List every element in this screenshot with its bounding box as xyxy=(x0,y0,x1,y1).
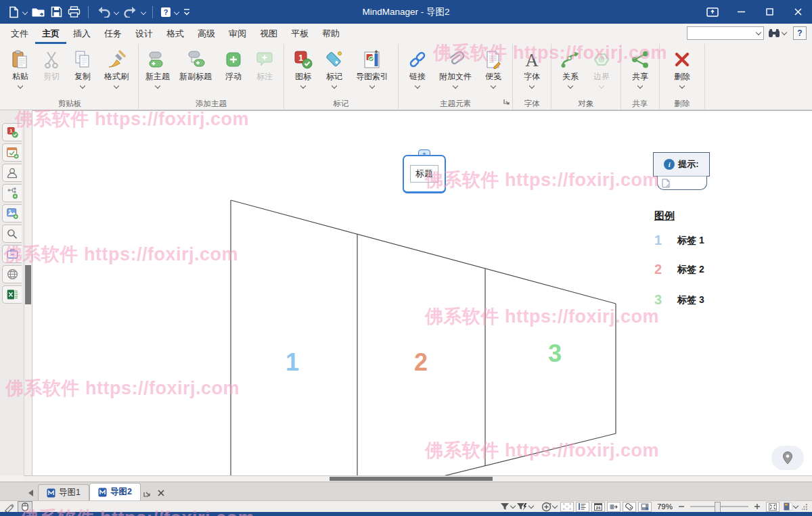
chevron-down-icon[interactable] xyxy=(174,9,179,14)
legend-item-3[interactable]: 3 标签 3 xyxy=(654,292,704,308)
copy-button[interactable]: 复制 xyxy=(67,45,98,88)
legend-item-1[interactable]: 1 标签 1 xyxy=(654,233,704,248)
chevron-down-icon[interactable] xyxy=(114,9,119,14)
tags-button[interactable]: 标记 xyxy=(319,45,350,88)
chevron-down-icon[interactable] xyxy=(141,9,146,14)
sidebar-tab-search[interactable] xyxy=(2,225,22,243)
sidebar-tab-web[interactable] xyxy=(2,265,22,283)
mouse-mode-button[interactable] xyxy=(18,501,32,513)
paste-button[interactable]: 粘贴 xyxy=(5,45,36,88)
close-tab-button[interactable] xyxy=(154,486,168,500)
tab-format[interactable]: 格式 xyxy=(160,24,191,44)
find-button[interactable] xyxy=(768,28,789,38)
relationship-button[interactable]: 关系 xyxy=(555,45,586,88)
maximize-button[interactable] xyxy=(755,0,784,24)
filter-icon[interactable] xyxy=(500,502,510,511)
notes-button[interactable]: 便笺 xyxy=(478,45,509,88)
boundary-button[interactable]: 边界 xyxy=(586,45,617,88)
tab-file[interactable]: 文件 xyxy=(4,24,35,44)
zoom-slider-thumb[interactable] xyxy=(715,502,721,513)
chevron-down-icon[interactable] xyxy=(528,503,534,509)
zoom-slider[interactable] xyxy=(690,506,748,507)
link-button[interactable]: 链接 xyxy=(402,45,433,88)
legend-title[interactable]: 图例 xyxy=(654,210,675,222)
presentation-view-button[interactable] xyxy=(638,502,652,512)
tab-advanced[interactable]: 高级 xyxy=(191,24,222,44)
tag-view-button[interactable] xyxy=(623,502,636,512)
tab-insert[interactable]: 插入 xyxy=(66,24,97,44)
restore-tab-button[interactable] xyxy=(141,486,154,500)
minimize-button[interactable] xyxy=(727,0,755,24)
funnel-stage-1-number[interactable]: 1 xyxy=(286,348,299,377)
tab-view[interactable]: 视图 xyxy=(253,24,284,44)
redo-button[interactable] xyxy=(120,3,141,21)
chevron-down-icon[interactable] xyxy=(510,503,516,509)
tab-help[interactable]: 帮助 xyxy=(315,24,346,44)
horizontal-scrollbar-thumb[interactable] xyxy=(330,477,493,481)
undo-button[interactable] xyxy=(93,3,114,21)
tip-notes-tab[interactable] xyxy=(657,176,707,190)
floating-topic-button[interactable]: 浮动 xyxy=(218,45,249,83)
tab-design[interactable]: 设计 xyxy=(129,24,160,44)
tab-home[interactable]: 主页 xyxy=(35,24,66,44)
customize-toolbar-button[interactable] xyxy=(181,3,193,21)
search-input[interactable] xyxy=(687,28,757,38)
legend-item-2[interactable]: 2 标签 2 xyxy=(654,262,704,277)
chevron-down-icon[interactable] xyxy=(756,30,761,35)
attach-file-button[interactable]: 附加文件 xyxy=(433,45,478,88)
central-topic-label[interactable]: 标题 xyxy=(410,165,438,183)
zoom-in-button[interactable] xyxy=(754,503,761,510)
new-topic-button[interactable]: 新主题 xyxy=(142,45,173,88)
new-document-button[interactable] xyxy=(5,3,22,21)
print-button[interactable] xyxy=(65,3,83,21)
quick-add-icon[interactable] xyxy=(541,502,551,512)
tip-topic[interactable]: i 提示: xyxy=(653,152,710,177)
help-button[interactable]: ? xyxy=(793,26,807,40)
save-button[interactable] xyxy=(48,3,65,21)
callout-button[interactable]: 标注 xyxy=(249,45,280,83)
sidebar-tab-images[interactable] xyxy=(2,204,22,222)
outline-view-button[interactable] xyxy=(576,502,589,512)
sidebar-tab-markers[interactable]: 1 xyxy=(2,123,22,141)
dialog-launcher-icon[interactable] xyxy=(503,95,510,108)
map-index-button[interactable]: 导图索引 xyxy=(350,45,394,88)
font-button[interactable]: A 字体 xyxy=(516,45,547,88)
search-box[interactable] xyxy=(687,26,764,40)
fit-map-button[interactable] xyxy=(766,502,780,512)
select-view-button[interactable] xyxy=(560,502,574,512)
horizontal-scrollbar[interactable] xyxy=(24,475,812,482)
pen-mode-icon[interactable] xyxy=(4,502,15,512)
schedule-view-button[interactable]: 24 xyxy=(591,502,605,512)
sidebar-tab-resources[interactable] xyxy=(2,164,22,182)
sidebar-tab-excel[interactable] xyxy=(2,285,22,304)
sidebar-tab-snippets[interactable] xyxy=(2,245,22,263)
zoom-level[interactable]: 79% xyxy=(657,502,673,511)
help-menu-button[interactable]: ? xyxy=(158,3,174,21)
locate-map-button[interactable] xyxy=(771,446,804,470)
delete-button[interactable]: 删除 xyxy=(663,45,701,88)
chevron-down-icon[interactable] xyxy=(552,503,558,509)
zoom-out-button[interactable] xyxy=(678,503,685,510)
funnel-stage-2-number[interactable]: 2 xyxy=(414,348,428,377)
share-button[interactable]: 共享 xyxy=(625,45,656,88)
sidebar-tab-tasks[interactable] xyxy=(2,143,22,162)
open-file-button[interactable] xyxy=(29,3,48,21)
cut-button[interactable]: 剪切 xyxy=(36,45,67,83)
format-painter-button[interactable]: 格式刷 xyxy=(98,45,135,88)
presentation-mode-button[interactable] xyxy=(698,0,727,24)
doc-tab-map1[interactable]: 导图1 xyxy=(38,484,89,500)
tab-tablet[interactable]: 平板 xyxy=(284,24,315,44)
tab-review[interactable]: 审阅 xyxy=(222,24,253,44)
chevron-down-icon[interactable] xyxy=(22,9,28,14)
tab-task[interactable]: 任务 xyxy=(97,24,129,44)
tab-scroll-left-button[interactable] xyxy=(23,486,38,500)
icons-button[interactable]: 1 图标 xyxy=(288,45,319,88)
doc-tab-map2[interactable]: 导图2 xyxy=(89,483,141,500)
vertical-scrollbar-thumb[interactable] xyxy=(25,265,31,304)
sidebar-tab-map-parts[interactable] xyxy=(2,184,22,202)
branch-focus-button[interactable] xyxy=(607,502,621,512)
power-filter-icon[interactable] xyxy=(516,502,528,511)
resize-grip[interactable] xyxy=(802,504,808,510)
map-canvas[interactable]: 1 2 3 + 标题 i 提示: 图例 1 标签 1 2 标签 2 xyxy=(32,110,812,475)
panel-layout-button[interactable] xyxy=(784,502,799,511)
